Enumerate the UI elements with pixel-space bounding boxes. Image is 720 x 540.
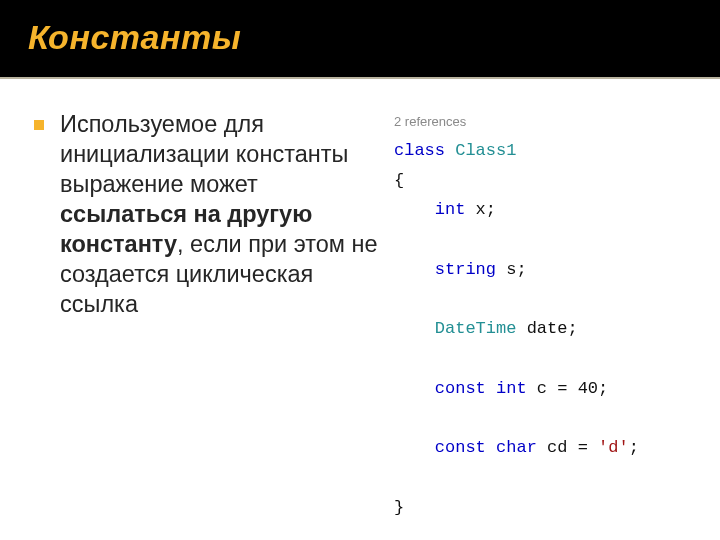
title-bar: Константы <box>0 0 720 79</box>
slide: Константы Используемое для инициализации… <box>0 0 720 540</box>
brace-open: { <box>394 171 404 190</box>
decl-x: x; <box>465 200 496 219</box>
decl-cd-pre: cd = <box>537 438 598 457</box>
keyword-const-2: const <box>435 438 486 457</box>
indent <box>394 379 435 398</box>
indent <box>394 260 435 279</box>
keyword-string: string <box>435 260 496 279</box>
indent <box>394 200 435 219</box>
brace-close: } <box>394 498 404 517</box>
decl-c: c = 40; <box>527 379 609 398</box>
decl-s: s; <box>496 260 527 279</box>
keyword-class: class <box>394 141 445 160</box>
bullet-text-pre: Используемое для инициализации константы… <box>60 111 348 197</box>
type-classname: Class1 <box>455 141 516 160</box>
text-column: Используемое для инициализации константы… <box>34 109 386 523</box>
code-references: 2 references <box>394 111 712 134</box>
keyword-int: int <box>435 200 466 219</box>
indent <box>394 319 435 338</box>
slide-title: Константы <box>28 18 692 57</box>
keyword-char: char <box>496 438 537 457</box>
indent <box>394 438 435 457</box>
keyword-const-1: const <box>435 379 486 398</box>
decl-cd-post: ; <box>629 438 639 457</box>
decl-date: date; <box>516 319 577 338</box>
keyword-int-2: int <box>496 379 527 398</box>
type-datetime: DateTime <box>435 319 517 338</box>
bullet-item: Используемое для инициализации константы… <box>34 109 386 320</box>
char-literal: 'd' <box>598 438 629 457</box>
bullet-list: Используемое для инициализации константы… <box>34 109 386 320</box>
code-column: 2 referencesclass Class1 { int x; string… <box>394 109 712 523</box>
content-area: Используемое для инициализации константы… <box>0 79 720 523</box>
